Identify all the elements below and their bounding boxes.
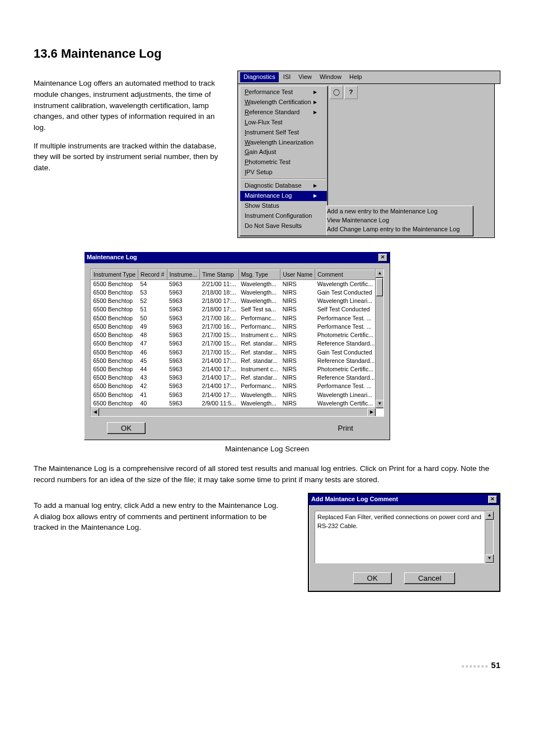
scrollbar-thumb[interactable] xyxy=(376,278,383,296)
menu-view[interactable]: View xyxy=(295,72,315,82)
scroll-down-icon[interactable]: ▼ xyxy=(376,400,384,408)
menu-screenshot: Diagnostics ISI View Window Help Perform… xyxy=(237,71,500,238)
column-header[interactable]: Instrume... xyxy=(167,269,200,279)
vertical-scrollbar[interactable]: ▲ ▼ xyxy=(485,511,493,563)
table-row[interactable]: 6500 Benchtop5259632/18/00 17:...Wavelen… xyxy=(91,297,377,305)
column-header[interactable]: Comment xyxy=(315,269,377,279)
scroll-left-icon[interactable]: ◀ xyxy=(91,408,99,417)
menu-window[interactable]: Window xyxy=(316,72,345,82)
log-table-host: Instrument TypeRecord #Instrume...Time S… xyxy=(90,269,384,417)
menu-item[interactable]: Do Not Save Results xyxy=(240,221,327,231)
scroll-up-icon[interactable]: ▲ xyxy=(485,511,494,520)
column-header[interactable]: Msg. Type xyxy=(238,269,280,279)
column-header[interactable]: Instrument Type xyxy=(91,269,138,279)
menu-item[interactable]: Maintenance Log▶ xyxy=(240,191,327,201)
paragraph: If multiple instruments are tracked with… xyxy=(34,141,227,174)
table-row[interactable]: 6500 Benchtop4959632/17/00 16:...Perform… xyxy=(91,323,377,331)
scroll-up-icon[interactable]: ▲ xyxy=(376,269,384,278)
menu-isi[interactable]: ISI xyxy=(280,72,294,82)
submenu-item[interactable]: Add Change Lamp entry to the Maintenance… xyxy=(327,225,472,234)
comment-text: Replaced Fan Filter, verified connection… xyxy=(317,514,481,529)
vertical-scrollbar[interactable]: ▲ ▼ xyxy=(375,269,383,408)
menu-item[interactable]: Diagnostic Database▶ xyxy=(240,181,327,191)
window-title: Maintenance Log xyxy=(87,253,137,262)
menu-item[interactable]: Instrument Self Test xyxy=(240,128,327,138)
figure-caption: Maintenance Log Screen xyxy=(34,444,500,455)
table-row[interactable]: 6500 Benchtop4159632/14/00 17:...Wavelen… xyxy=(91,391,377,399)
menu-help[interactable]: Help xyxy=(346,72,366,82)
menu-item[interactable]: Photometric Test xyxy=(240,157,327,167)
close-icon[interactable]: ✕ xyxy=(378,254,387,262)
print-button[interactable]: Print xyxy=(324,422,367,434)
menu-item[interactable]: Instrument Configuration xyxy=(240,211,327,221)
dialog-cancel-button[interactable]: Cancel xyxy=(404,572,456,584)
menu-item[interactable]: Gain Adjust xyxy=(240,147,327,157)
menu-item[interactable]: Wavelength Linearization xyxy=(240,138,327,148)
scroll-down-icon[interactable]: ▼ xyxy=(485,554,494,563)
menu-item[interactable]: Low-Flux Test xyxy=(240,118,327,128)
scroll-right-icon[interactable]: ▶ xyxy=(367,408,376,417)
menu-item[interactable]: Show Status xyxy=(240,201,327,211)
table-row[interactable]: 6500 Benchtop4859632/17/00 15:...Instrum… xyxy=(91,331,377,339)
table-row[interactable]: 6500 Benchtop5459632/21/00 11:...Wavelen… xyxy=(91,279,377,288)
paragraph: To add a manual log entry, click Add a n… xyxy=(34,500,281,533)
table-row[interactable]: 6500 Benchtop4759632/17/00 15:...Ref. st… xyxy=(91,339,377,348)
menu-item[interactable]: Wavelength Certification▶ xyxy=(240,97,327,108)
page-number: 51 xyxy=(491,659,500,671)
submenu-item[interactable]: Add a new entry to the Maintenance Log xyxy=(327,207,472,216)
dialog-ok-button[interactable]: OK xyxy=(353,572,392,584)
table-row[interactable]: 6500 Benchtop4059632/9/00 11:5...Wavelen… xyxy=(91,399,377,408)
menu-item[interactable]: Reference Standard▶ xyxy=(240,108,327,118)
log-table[interactable]: Instrument TypeRecord #Instrume...Time S… xyxy=(91,269,377,417)
column-header[interactable]: User Name xyxy=(280,269,315,279)
dialog-title: Add Maintance Log Comment xyxy=(311,495,398,504)
page-decoration xyxy=(460,660,488,671)
table-row[interactable]: 6500 Benchtop4259632/14/00 17:...Perform… xyxy=(91,382,377,390)
toolbar-help-icon[interactable]: ? xyxy=(344,86,358,99)
menu-item[interactable]: Performance Test▶ xyxy=(240,87,327,97)
toolbar-stop-icon[interactable]: ◯ xyxy=(330,86,343,99)
table-row[interactable]: 6500 Benchtop4559632/14/00 17:...Ref. st… xyxy=(91,357,377,365)
table-row[interactable]: 6500 Benchtop4459632/14/00 17:...Instrum… xyxy=(91,365,377,374)
menu-bar: Diagnostics ISI View Window Help xyxy=(237,71,500,84)
table-row[interactable]: 6500 Benchtop4359632/14/00 17:...Ref. st… xyxy=(91,374,377,382)
paragraph: The Maintenance Log is a comprehensive r… xyxy=(34,463,500,485)
paragraph: Maintenance Log offers an automated meth… xyxy=(34,78,227,133)
column-header[interactable]: Record # xyxy=(138,269,167,279)
menu-diagnostics[interactable]: Diagnostics xyxy=(240,72,279,82)
add-comment-dialog: Add Maintance Log Comment ✕ Replaced Fan… xyxy=(308,493,500,592)
table-row[interactable]: 6500 Benchtop4659632/17/00 15:...Ref. st… xyxy=(91,348,377,357)
column-header[interactable]: Time Stamp xyxy=(200,269,238,279)
ok-button[interactable]: OK xyxy=(107,422,146,434)
close-icon[interactable]: ✕ xyxy=(488,496,497,503)
section-heading: 13.6 Maintenance Log xyxy=(34,45,500,63)
menu-item[interactable]: IPV Setup xyxy=(240,167,327,178)
maintenance-log-submenu: Add a new entry to the Maintenance LogVi… xyxy=(326,206,473,236)
maintenance-log-window: Maintenance Log ✕ Instrument TypeRecord … xyxy=(84,251,390,440)
submenu-item[interactable]: View Maintenance Log xyxy=(327,216,472,225)
comment-textarea[interactable]: Replaced Fan Filter, verified connection… xyxy=(315,511,494,563)
diagnostics-dropdown: Performance Test▶Wavelength Certificatio… xyxy=(240,86,327,236)
table-row[interactable]: 6500 Benchtop5359632/18/00 18:...Wavelen… xyxy=(91,288,377,297)
table-row[interactable]: 6500 Benchtop5059632/17/00 16:...Perform… xyxy=(91,314,377,323)
table-row[interactable]: 6500 Benchtop5159632/18/00 17:...Self Te… xyxy=(91,305,377,314)
horizontal-scrollbar[interactable]: ◀ ▶ xyxy=(91,408,376,416)
